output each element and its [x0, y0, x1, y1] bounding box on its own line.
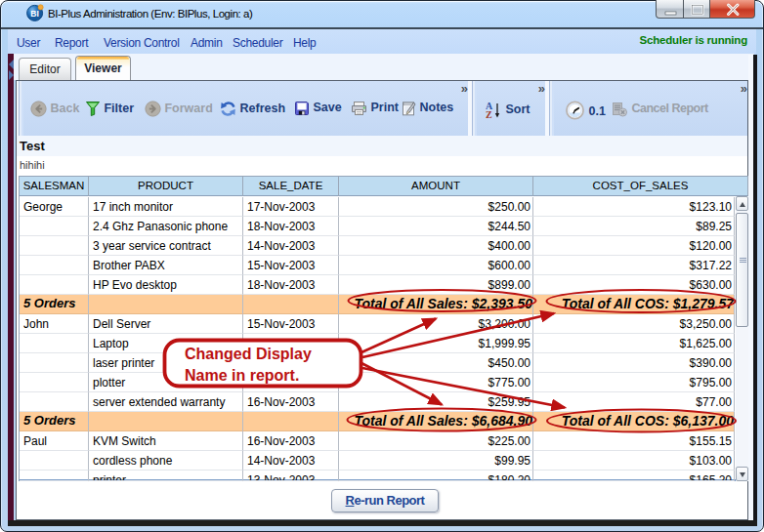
svg-text:BI: BI [30, 9, 38, 19]
svg-text:Z: Z [486, 109, 492, 119]
